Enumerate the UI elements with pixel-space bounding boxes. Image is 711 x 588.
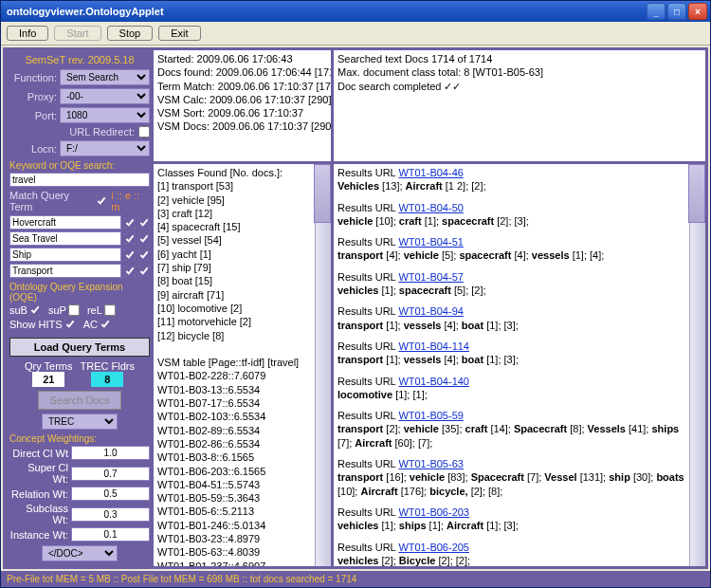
result-block: Results URL WT01-B05-59transport [2]; ve… [337,409,686,450]
result-url-link[interactable]: WT01-B04-114 [398,340,469,352]
result-block: Results URL WT01-B05-63transport [16]; v… [337,457,686,498]
toolbar: Info Start Stop Exit [1,22,710,46]
ac-checkbox[interactable] [100,319,111,330]
sub-checkbox[interactable] [29,304,41,316]
result-block: Results URL WT01-B04-46Vehicles [13]; Ai… [337,166,686,193]
proxy-label: Proxy: [9,91,57,102]
trec-fldrs-label: TREC Fldrs [81,360,135,372]
classes-pane[interactable]: Classes Found [No. docs.]:[1] transport … [154,164,331,566]
results-pane[interactable]: Results URL WT01-B04-46Vehicles [13]; Ai… [334,164,705,566]
close-button[interactable]: × [688,3,707,20]
rel-label: reL [87,304,102,316]
start-button: Start [54,26,100,41]
match-query-label: Match Query Term [9,190,92,212]
doc-select[interactable]: </DOC> [42,545,118,561]
port-select[interactable]: 1080 [60,107,150,123]
result-block: Results URL WT01-B04-94transport [1]; ve… [337,304,686,332]
trec-fldrs-value: 8 [91,372,123,387]
term-input-0[interactable] [9,215,121,230]
result-block: Results URL WT01-B06-205vehicles [2]; Bi… [337,541,686,566]
result-url-link[interactable]: WT01-B04-50 [398,202,463,213]
term-check-a-2[interactable] [124,249,136,261]
super-weight-label: Super Cl Wt: [9,462,68,485]
locn-select[interactable]: F:/ [60,140,150,156]
function-select[interactable]: Sem Search [60,69,150,85]
locn-label: Locn: [9,143,57,155]
result-block: Results URL WT01-B04-140locomotive [1]; … [337,375,686,402]
result-block: Results URL WT01-B04-50vehicle [10]; cra… [337,201,686,229]
minimize-button[interactable]: _ [647,3,665,20]
url-redirect-label: URL Redirect: [69,126,135,138]
window-title: ontologyviewer.OntologyApplet [7,6,647,17]
weightings-label: Concept Weightings: [9,433,150,444]
term-check-b-1[interactable] [138,233,150,245]
function-label: Function: [9,72,57,83]
titlebar: ontologyviewer.OntologyApplet _ □ × [1,1,710,22]
term-check-a-0[interactable] [124,217,136,229]
term-input-3[interactable] [9,264,121,278]
term-check-b-0[interactable] [138,217,150,229]
stop-button[interactable]: Stop [107,26,154,41]
term-input-1[interactable] [9,231,121,246]
qry-terms-label: Qry Terms [25,360,73,372]
result-url-link[interactable]: WT01-B06-205 [398,542,469,553]
sub-label: suB [9,304,27,316]
result-block: Results URL WT01-B04-57vehicles [1]; spa… [337,270,686,298]
result-url-link[interactable]: WT01-B04-140 [398,376,469,387]
subclass-weight-input[interactable] [71,507,150,522]
oqe-label: Ontology Query Expansion (OQE) [9,282,150,303]
term-check-a-3[interactable] [124,266,136,277]
instance-weight-input[interactable] [71,527,150,542]
keyword-input[interactable] [9,173,150,187]
relation-weight-label: Relation Wt: [9,488,68,500]
result-url-link[interactable]: WT01-B04-51 [398,236,463,248]
result-block: Results URL WT01-B04-51transport [4]; ve… [337,235,686,263]
sup-checkbox[interactable] [68,304,80,316]
rel-checkbox[interactable] [104,304,116,316]
port-label: Port: [9,110,57,121]
maximize-button[interactable]: □ [667,3,686,20]
proxy-select[interactable]: -00- [60,88,150,104]
result-url-link[interactable]: WT01-B06-203 [398,506,469,518]
info-button[interactable]: Info [7,26,48,41]
subclass-weight-label: Subclass Wt: [9,503,68,525]
term-check-a-1[interactable] [124,233,136,245]
log-pane: Started: 2009.06.06 17:06:43Docs found: … [154,50,331,164]
direct-weight-label: Direct Cl Wt [9,448,68,459]
term-input-2[interactable] [9,248,121,262]
statusbar: Pre-File tot MEM = 5 MB :: Post File tot… [1,571,710,587]
sidebar: SemSeT rev. 2009.5.18 Function:Sem Searc… [6,50,154,566]
result-url-link[interactable]: WT01-B04-46 [398,167,463,178]
show-hits-label: Show HITS [9,319,63,330]
direct-weight-input[interactable] [71,446,150,460]
app-version: SemSeT rev. 2009.5.18 [9,54,150,65]
relation-weight-input[interactable] [71,487,150,501]
status-pane: Searched text Docs 1714 of 1714Max. docu… [334,50,705,164]
match-suffix: i :: e :: m [111,190,150,212]
result-url-link[interactable]: WT01-B04-94 [398,305,463,317]
search-docs-button[interactable]: Search Docs [38,391,122,410]
term-check-b-2[interactable] [138,249,150,261]
match-query-checkbox[interactable] [96,195,107,207]
result-url-link[interactable]: WT01-B04-57 [398,271,463,283]
exit-button[interactable]: Exit [158,26,200,41]
super-weight-input[interactable] [71,467,150,481]
ac-label: AC [83,319,98,330]
instance-weight-label: Instance Wt: [9,529,68,541]
keyword-label: Keyword or OQE search: [9,160,150,171]
load-query-terms-button[interactable]: Load Query Terms [9,338,150,357]
show-hits-checkbox[interactable] [64,319,76,330]
term-check-b-3[interactable] [138,266,150,277]
sup-label: suP [48,304,66,316]
result-block: Results URL WT01-B06-203vehicles [1]; sh… [337,505,686,533]
qry-terms-value: 21 [32,372,64,387]
url-redirect-checkbox[interactable] [138,126,150,138]
result-url-link[interactable]: WT01-B05-59 [398,410,463,421]
trec-select[interactable]: TREC [42,413,118,430]
result-block: Results URL WT01-B04-114transport [1]; v… [337,340,686,367]
result-url-link[interactable]: WT01-B05-63 [398,458,463,469]
